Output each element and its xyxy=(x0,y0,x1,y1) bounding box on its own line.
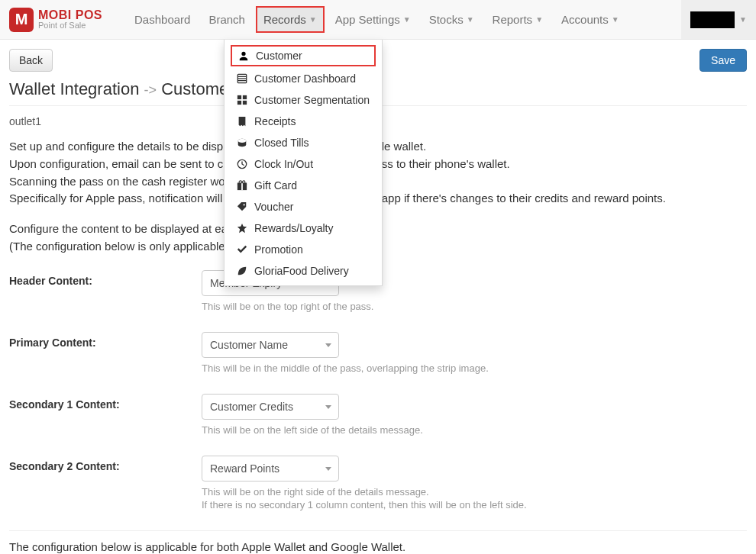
user-label-redacted xyxy=(690,11,735,28)
svg-point-13 xyxy=(239,181,242,184)
dashboard-icon xyxy=(236,72,248,85)
svg-point-14 xyxy=(242,181,245,184)
dd-customer-segmentation[interactable]: Customer Segmentation xyxy=(225,89,382,111)
caret-down-icon: ▼ xyxy=(309,15,317,24)
dd-customer[interactable]: Customer xyxy=(231,45,376,66)
dd-customer-dashboard[interactable]: Customer Dashboard xyxy=(225,68,382,89)
logo-title: MOBI POS xyxy=(38,9,102,21)
logo-badge: M xyxy=(9,8,34,32)
divider xyxy=(9,530,747,531)
nav-dashboard[interactable]: Dashboard xyxy=(125,0,199,39)
label-header-content: Header Content: xyxy=(9,270,202,287)
star-icon xyxy=(236,222,248,234)
dd-label: Rewards/Loyalty xyxy=(254,222,334,234)
nav-records[interactable]: Records▼ xyxy=(256,6,325,33)
svg-point-15 xyxy=(244,204,245,205)
dd-gloriafood[interactable]: GloriaFood Delivery xyxy=(225,260,382,282)
dd-label: Customer Dashboard xyxy=(254,72,356,85)
help-text: This will be on the top right of the pas… xyxy=(202,301,747,312)
select-secondary1-content[interactable]: Customer Credits xyxy=(202,394,339,420)
dd-rewards[interactable]: Rewards/Loyalty xyxy=(225,217,382,239)
promotion-icon xyxy=(236,243,248,256)
logo-subtitle: Point of Sale xyxy=(38,21,102,30)
dd-label: Receipts xyxy=(254,115,296,127)
nav-stocks[interactable]: Stocks▼ xyxy=(420,0,483,39)
dd-label: Closed Tills xyxy=(254,137,309,149)
nav-branch[interactable]: Branch xyxy=(199,0,254,39)
caret-down-icon: ▼ xyxy=(612,15,619,24)
dd-label: Customer xyxy=(256,50,302,62)
config-note: The configuration below is applicable fo… xyxy=(9,540,747,553)
brand-logo[interactable]: M MOBI POS Point of Sale xyxy=(9,8,102,32)
row-primary-content: Primary Content: Customer Name This will… xyxy=(9,332,747,374)
svg-point-8 xyxy=(238,139,247,143)
dd-closed-tills[interactable]: Closed Tills xyxy=(225,132,382,153)
records-dropdown: Customer Customer Dashboard Customer Seg… xyxy=(224,40,383,286)
top-navbar: M MOBI POS Point of Sale Dashboard Branc… xyxy=(0,0,756,40)
dd-receipts[interactable]: Receipts xyxy=(225,111,382,132)
svg-rect-6 xyxy=(237,101,241,105)
dd-clock[interactable]: Clock In/Out xyxy=(225,153,382,175)
svg-rect-4 xyxy=(237,95,241,99)
dd-label: Voucher xyxy=(254,201,293,213)
row-secondary2-content: Secondary 2 Content: Reward Points This … xyxy=(9,456,747,511)
user-menu[interactable]: ▼ xyxy=(681,0,756,39)
tag-icon xyxy=(236,201,248,213)
dd-label: Gift Card xyxy=(254,179,297,192)
till-icon xyxy=(236,137,248,149)
grid-icon xyxy=(236,94,248,106)
svg-rect-12 xyxy=(241,183,243,191)
caret-down-icon: ▼ xyxy=(467,15,474,24)
svg-rect-5 xyxy=(243,95,247,99)
person-icon xyxy=(237,50,250,62)
select-secondary2-content[interactable]: Reward Points xyxy=(202,456,339,482)
dd-gift-card[interactable]: Gift Card xyxy=(225,175,382,196)
label-secondary2-content: Secondary 2 Content: xyxy=(9,456,202,472)
logo-text: MOBI POS Point of Sale xyxy=(38,9,102,30)
dd-label: Clock In/Out xyxy=(254,158,313,170)
help-text: This will be on the right side of the de… xyxy=(202,486,747,498)
svg-rect-7 xyxy=(243,101,247,105)
help-text: This will be in the middle of the pass, … xyxy=(202,362,747,374)
nav-reports[interactable]: Reports▼ xyxy=(483,0,552,39)
caret-down-icon: ▼ xyxy=(535,15,543,24)
nav-accounts[interactable]: Accounts▼ xyxy=(552,0,628,39)
label-secondary1-content: Secondary 1 Content: xyxy=(9,394,202,411)
dd-label: Promotion xyxy=(254,243,303,256)
select-primary-content[interactable]: Customer Name xyxy=(202,332,339,358)
help-text: This will be on the left side of the det… xyxy=(202,424,747,436)
save-button[interactable]: Save xyxy=(699,49,747,72)
back-button[interactable]: Back xyxy=(9,49,53,72)
dd-label: Customer Segmentation xyxy=(254,94,370,106)
caret-down-icon: ▼ xyxy=(403,15,411,24)
help-text: If there is no secondary 1 column conten… xyxy=(202,499,747,511)
receipt-icon xyxy=(236,115,248,127)
dd-promotion[interactable]: Promotion xyxy=(225,239,382,260)
dd-voucher[interactable]: Voucher xyxy=(225,196,382,217)
row-secondary1-content: Secondary 1 Content: Customer Credits Th… xyxy=(9,394,747,436)
gift-icon xyxy=(236,179,248,192)
caret-down-icon: ▼ xyxy=(739,15,747,24)
dd-label: GloriaFood Delivery xyxy=(254,265,349,277)
main-nav: Dashboard Branch Records▼ App Settings▼ … xyxy=(125,0,628,39)
leaf-icon xyxy=(236,265,248,277)
label-primary-content: Primary Content: xyxy=(9,332,202,349)
clock-icon xyxy=(236,158,248,170)
nav-app-settings[interactable]: App Settings▼ xyxy=(326,0,420,39)
